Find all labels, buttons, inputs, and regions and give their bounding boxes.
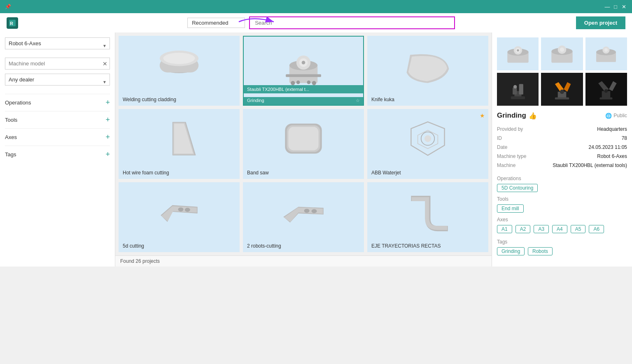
svg-point-25 [178, 207, 184, 211]
project-grid: Welding cutting cladding [119, 36, 488, 252]
chip-a6[interactable]: A6 [589, 225, 604, 233]
item-9-name: EJE TRAYECTORIAS RECTAS [368, 241, 487, 251]
chip-end-mill[interactable]: End mill [497, 204, 524, 213]
close-button[interactable]: ✕ [620, 3, 627, 10]
thumb-4[interactable] [497, 73, 539, 106]
machine-model-input[interactable] [5, 58, 110, 70]
grid-item-2[interactable]: Staubli TX200HBL (external t... Grinding… [243, 36, 364, 106]
chip-a4[interactable]: A4 [552, 225, 567, 233]
svg-rect-52 [600, 97, 613, 100]
maximize-button[interactable]: □ [612, 3, 619, 10]
thumb-5[interactable] [541, 73, 583, 106]
robot-type-wrapper[interactable]: Robot 6-Axes [5, 37, 110, 53]
item-7-name: 5d cutting [119, 241, 239, 251]
svg-point-27 [304, 209, 310, 213]
grid-scroll[interactable]: Welding cutting cladding [115, 32, 492, 255]
chip-robots[interactable]: Robots [528, 247, 553, 255]
item-5-image [244, 110, 363, 167]
item-2-sub: Grinding ☆ [244, 97, 363, 105]
thumb-3[interactable] [585, 37, 627, 70]
open-project-button[interactable]: Open project [576, 16, 625, 29]
item-3-name: Knife kuka [368, 94, 487, 105]
tools-plus-icon[interactable]: + [105, 116, 110, 124]
chip-a3[interactable]: A3 [534, 225, 549, 233]
operations-plus-icon[interactable]: + [105, 98, 110, 107]
axes-plus-icon[interactable]: + [105, 133, 110, 141]
grid-item-4[interactable]: Hot wire foam cutting [119, 109, 240, 179]
axes-label: Axes [5, 134, 17, 140]
svg-point-11 [302, 61, 306, 65]
item-3-image [368, 37, 487, 94]
svg-point-14 [312, 81, 316, 85]
svg-point-6 [163, 53, 195, 64]
id-label: ID [497, 134, 542, 143]
item-5-name: Band saw [244, 167, 363, 178]
public-badge: 🌐 Public [605, 113, 627, 119]
clear-machine-icon[interactable]: ✕ [103, 60, 107, 67]
svg-point-51 [604, 89, 608, 93]
item-4-image [119, 110, 239, 167]
grid-item-3[interactable]: Knife kuka [367, 36, 488, 106]
tags-section[interactable]: Tags + [5, 146, 110, 163]
chip-grinding[interactable]: Grinding [497, 247, 525, 255]
chip-5d-contouring[interactable]: 5D Contouring [497, 184, 538, 192]
item-6-image [368, 110, 487, 167]
right-panel: Grinding 👍 🌐 Public Provided by Headquar… [492, 32, 632, 267]
provided-by-value[interactable]: Headquarters [542, 125, 627, 134]
thumb-6[interactable] [585, 73, 627, 106]
date-value: 24.05.2023 11:05 [542, 143, 627, 152]
provided-by-label: Provided by [497, 125, 542, 134]
svg-point-45 [513, 85, 517, 89]
svg-rect-49 [555, 97, 569, 100]
pin-icon: 📌 [5, 4, 11, 9]
thumbs-up-icon[interactable]: 👍 [529, 112, 537, 120]
titlebar-controls[interactable]: — □ ✕ [604, 3, 627, 10]
found-count: Found 26 projects [120, 258, 160, 264]
item-2-label: Staubli TX200HBL (external t... [244, 85, 363, 93]
machine-type-value[interactable]: Robot 6-Axes [542, 152, 627, 161]
chip-a1[interactable]: A1 [497, 225, 512, 233]
sidebar: Robot 6-Axes ✕ Any dealer Operations + T… [0, 32, 115, 267]
grid-item-9[interactable]: EJE TRAYECTORIAS RECTAS [367, 182, 488, 252]
dealer-select[interactable]: Any dealer [5, 74, 110, 86]
minimize-button[interactable]: — [604, 3, 611, 10]
tags-plus-icon[interactable]: + [105, 150, 110, 159]
chip-a5[interactable]: A5 [571, 225, 586, 233]
tools-section[interactable]: Tools + [5, 111, 110, 128]
svg-point-26 [185, 208, 190, 212]
svg-rect-22 [288, 127, 318, 151]
grid-item-7[interactable]: 5d cutting [119, 182, 240, 252]
globe-icon: 🌐 [605, 113, 612, 119]
thumbnail-grid [497, 37, 627, 106]
grid-item-5[interactable]: Band saw [243, 109, 364, 179]
svg-point-15 [296, 81, 300, 84]
grid-item-6[interactable]: ★ ABB Waterjet [367, 109, 488, 179]
svg-rect-44 [519, 84, 523, 95]
machine-type-label: Machine type [497, 152, 542, 161]
thumb-1[interactable] [497, 37, 539, 70]
machine-model-wrapper[interactable]: ✕ [5, 58, 110, 70]
chip-a2[interactable]: A2 [515, 225, 531, 233]
axes-section[interactable]: Axes + [5, 128, 110, 146]
tools-chips: End mill [497, 204, 627, 214]
detail-table: Provided by Headquarters ID 78 Date 24.0… [497, 125, 627, 170]
grid-item-8[interactable]: 2 robots-cutting [243, 182, 364, 252]
grid-item-1[interactable]: Welding cutting cladding [119, 36, 240, 106]
item-9-image [368, 183, 487, 241]
machine-value[interactable]: Staubli TX200HBL (external tools) [542, 161, 627, 170]
thumb-2[interactable] [541, 37, 583, 70]
svg-point-33 [517, 49, 519, 51]
recommended-box: Recommended [187, 18, 245, 28]
operations-section[interactable]: Operations + [5, 94, 110, 111]
svg-rect-46 [511, 96, 525, 99]
operations-section-label: Operations [497, 176, 627, 181]
dealer-wrapper[interactable]: Any dealer [5, 74, 110, 90]
tools-section-label: Tools [497, 196, 627, 202]
item-8-name: 2 robots-cutting [244, 241, 363, 251]
robot-type-select[interactable]: Robot 6-Axes [5, 37, 110, 49]
axes-section-label: Axes [497, 217, 627, 223]
axes-chips: A1 A2 A3 A4 A5 A6 [497, 225, 627, 235]
titlebar-left: 📌 [5, 4, 11, 9]
svg-point-16 [307, 81, 311, 84]
search-input[interactable] [249, 16, 455, 29]
